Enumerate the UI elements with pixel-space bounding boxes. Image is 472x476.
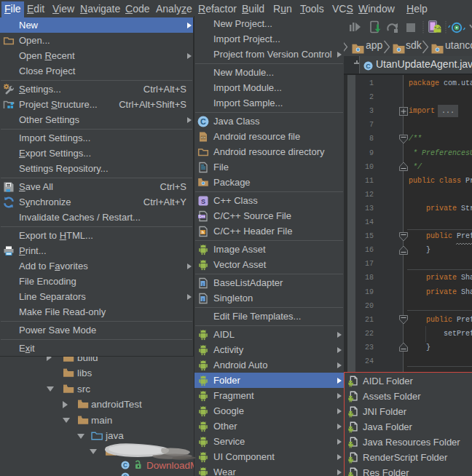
svg-text:C++: C++ <box>199 215 205 218</box>
svg-text:C: C <box>366 63 371 70</box>
svg-text:j: j <box>202 296 204 301</box>
svg-text:C: C <box>200 116 206 125</box>
svg-text:S: S <box>201 197 205 205</box>
svg-text:<>: <> <box>201 135 206 140</box>
svg-text:C: C <box>123 462 127 469</box>
svg-text:j: j <box>202 281 204 285</box>
